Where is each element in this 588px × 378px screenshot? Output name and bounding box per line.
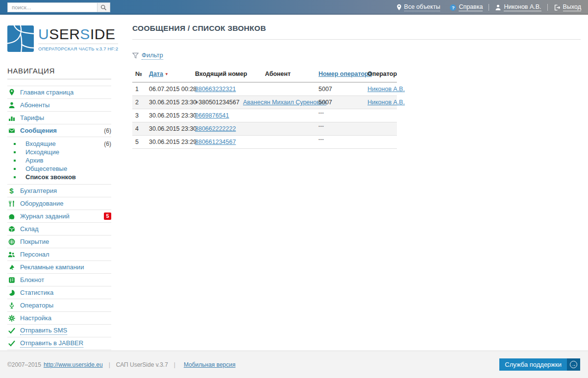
nav-label: Тарифы (20, 114, 44, 121)
calls-table: № Дата▼ Входящий номер Абонент Номер опе… (132, 68, 397, 149)
cell-abonent (240, 136, 316, 149)
subnav-label-active: Список звонков (25, 173, 76, 181)
subnav-item-incoming[interactable]: Входящие (6) (7, 140, 111, 148)
col-incoming: Входящий номер (192, 68, 240, 82)
cell-date: 30.06.2015 23:30 (146, 96, 192, 109)
support-button[interactable]: Служба поддержки → (499, 358, 580, 371)
cell-operator: Никонов А.В. (365, 82, 397, 96)
user-icon (495, 4, 501, 11)
cell-operator (365, 109, 397, 122)
topbar-links: Все объекты ? Справка Никонов А.В. Выход (396, 3, 581, 11)
incoming-number-link[interactable]: 380663232321 (195, 86, 236, 93)
cell-incoming: 380661234567 (192, 136, 240, 149)
operator-link[interactable]: Никонов А.В. (368, 86, 405, 93)
nav-label: Персонал (20, 251, 49, 258)
col-operator: Оператор (365, 68, 397, 82)
col-num: № (132, 68, 146, 82)
nav-label: Абоненты (20, 101, 49, 109)
nav-label: Отправить в JABBER (20, 339, 83, 348)
subnav-item-archive[interactable]: Архив (7, 156, 111, 165)
nav-item-send-jabber[interactable]: Отправить в JABBER (7, 337, 111, 350)
cell-operator-number: 5007 (316, 82, 365, 96)
bullet-icon (14, 151, 16, 153)
sort-operator-number-link[interactable]: Номер оператора (318, 71, 372, 77)
mobile-version-link[interactable]: Мобильная версия (184, 361, 236, 368)
support-arrow-segment: → (567, 358, 580, 371)
logo[interactable]: USERSIDE ОПЕРАТОРСКАЯ ЧАСТЬ v.3.7 HF:2 (0, 15, 125, 52)
nav-item-tariffs[interactable]: Тарифы (7, 112, 111, 124)
cell-date: 06.07.2015 00:28 (146, 82, 192, 96)
nav-item-staff[interactable]: Персонал (7, 248, 111, 261)
nav-label: Настройка (20, 314, 51, 322)
subnav-item-outgoing[interactable]: Исходящие (7, 148, 111, 156)
task-count-badge: 5 (104, 213, 111, 220)
search-input[interactable] (7, 2, 97, 12)
filter-link[interactable]: Фильтр (142, 51, 163, 60)
sort-date-link[interactable]: Дата (149, 71, 163, 77)
site-link[interactable]: http://www.userside.eu (44, 361, 103, 368)
nav-label: Оборудование (20, 200, 63, 207)
nav-item-settings[interactable]: Настройка (7, 312, 111, 325)
cube-icon (7, 226, 16, 233)
cell-num: 4 (132, 122, 146, 136)
bullet-icon (14, 168, 16, 170)
nav-item-abonents[interactable]: Абоненты (7, 99, 111, 112)
sort-desc-icon: ▼ (165, 72, 169, 76)
messages-count: (6) (104, 127, 111, 134)
incoming-number-link[interactable]: 380662222222 (195, 125, 236, 132)
help-link[interactable]: ? Справка (450, 3, 483, 11)
tasks-icon (7, 213, 16, 220)
cell-operator-number: """ (316, 122, 365, 136)
nav-item-warehouse[interactable]: Склад (7, 223, 111, 236)
cell-num: 1 (132, 82, 146, 96)
nav-item-operators[interactable]: Операторы (7, 299, 111, 312)
nav-item-ad-campaigns[interactable]: Рекламные кампании (7, 261, 111, 274)
col-operator-number: Номер оператора (316, 68, 365, 82)
nav-item-notebook[interactable]: Блокнот (7, 274, 111, 286)
search-button[interactable] (97, 2, 110, 12)
copyright-text: ©2007–2015 (7, 361, 41, 368)
nav-item-messages[interactable]: Сообщения (6) (7, 124, 111, 137)
abonent-link[interactable]: Аванесян Михаил Суренович (243, 99, 326, 106)
footer-info: ©2007–2015 http://www.userside.eu | САП … (7, 361, 236, 368)
nav-item-home[interactable]: Главная страница (7, 86, 111, 99)
incoming-number-link[interactable]: 0669876541 (195, 112, 229, 119)
subnav-item-network[interactable]: Общесетевые (7, 165, 111, 173)
all-objects-link[interactable]: Все объекты (396, 3, 441, 11)
operator-link[interactable]: Никонов А.В. (368, 99, 405, 106)
cell-num: 3 (132, 109, 146, 122)
messages-submenu: Входящие (6) Исходящие Архив Общесетевые… (7, 137, 111, 185)
nav-label: Покрытие (20, 238, 49, 245)
user-label: Никонов А.В. (504, 3, 541, 11)
logout-link[interactable]: Выход (554, 3, 581, 11)
help-label: Справка (459, 3, 483, 11)
search-box (7, 2, 110, 12)
nav-item-task-log[interactable]: Журнал заданий 5 (7, 210, 111, 223)
megaphone-icon (7, 264, 16, 271)
check-icon (7, 340, 16, 347)
subnav-label: Общесетевые (25, 165, 67, 172)
funnel-icon (132, 52, 139, 59)
nav-item-accounting[interactable]: $ Бухгалтерия (7, 185, 111, 197)
cell-operator (365, 136, 397, 149)
cell-abonent (240, 82, 316, 96)
divider: | (174, 361, 175, 368)
nav-item-coverage[interactable]: Покрытие (7, 236, 111, 248)
brand-part: S (80, 26, 90, 42)
incoming-count: (6) (104, 141, 111, 147)
nav-item-statistics[interactable]: Статистика (7, 286, 111, 299)
subnav-item-call-list[interactable]: Список звонков (7, 173, 111, 181)
nav-label: Рекламные кампании (20, 263, 84, 271)
help-icon: ? (450, 4, 456, 11)
user-link[interactable]: Никонов А.В. (495, 3, 541, 11)
cell-operator-number: 5007 (316, 96, 365, 109)
nav-item-send-sms[interactable]: Отправить SMS (7, 325, 111, 337)
nav-item-equipment[interactable]: Оборудование (7, 197, 111, 210)
cell-abonent (240, 122, 316, 136)
table-row: 2 30.06.2015 23:30 +380501234567 Аванеся… (132, 96, 397, 109)
incoming-number-link[interactable]: 380661234567 (195, 139, 236, 145)
divider (547, 4, 548, 11)
divider (489, 4, 489, 11)
logo-mark-icon (7, 25, 34, 52)
nav-label: Блокнот (20, 276, 44, 284)
